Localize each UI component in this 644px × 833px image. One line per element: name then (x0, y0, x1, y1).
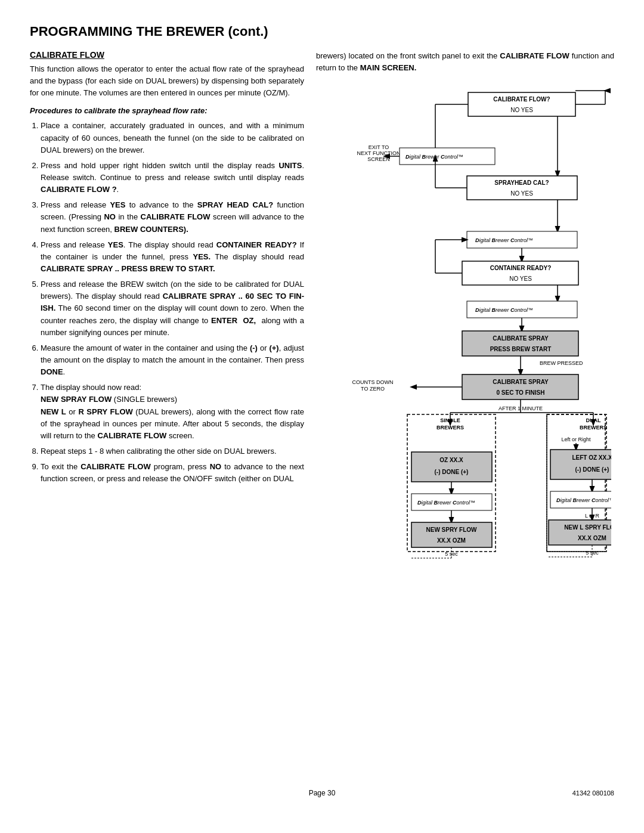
svg-text:BREWERS: BREWERS (436, 425, 464, 431)
right-column: brewers) located on the front switch pan… (316, 50, 614, 771)
flowchart-container: CALIBRATE FLOW? NO YES EXIT TO NEXT FUNC… (319, 83, 611, 561)
flowchart-svg: CALIBRATE FLOW? NO YES EXIT TO NEXT FUNC… (319, 83, 611, 561)
svg-text:PRESS  BREW  START: PRESS BREW START (490, 346, 552, 352)
svg-text:0  SEC  TO  FINISH: 0 SEC TO FINISH (497, 389, 545, 396)
left-column: CALIBRATE FLOW This function allows the … (30, 50, 304, 771)
step-1: Place a container, accurately graduated … (41, 120, 304, 156)
step-9: To exit the CALIBRATE FLOW program, pres… (41, 461, 304, 485)
svg-text:(-) DONE (+): (-) DONE (+) (575, 466, 609, 473)
svg-text:XX.X  OZM: XX.X OZM (578, 535, 606, 541)
page-footer: Page 30 41342 080108 (30, 789, 614, 797)
step-5: Press and release the BREW switch (on th… (41, 278, 304, 339)
svg-text:BREW PRESSED: BREW PRESSED (540, 360, 583, 366)
svg-text:SPRAYHEAD CAL?: SPRAYHEAD CAL? (494, 179, 549, 186)
step-7: The display should now read: NEW SPRAY F… (41, 382, 304, 442)
svg-text:CALIBRATE SPRAY: CALIBRATE SPRAY (493, 379, 549, 385)
svg-text:Digital Brewer Control™: Digital Brewer Control™ (417, 500, 475, 506)
svg-text:DUAL: DUAL (586, 417, 601, 423)
svg-text:NO              YES: NO YES (510, 107, 533, 113)
svg-text:SINGLE: SINGLE (440, 417, 460, 423)
svg-text:NO              YES: NO YES (510, 190, 533, 197)
svg-text:CONTAINER READY?: CONTAINER READY? (490, 265, 552, 271)
right-intro-bold2: MAIN SCREEN. (360, 63, 417, 72)
svg-text:CALIBRATE FLOW?: CALIBRATE FLOW? (493, 96, 550, 103)
svg-text:EXIT TO: EXIT TO (369, 144, 389, 150)
svg-text:BREWERS: BREWERS (580, 425, 607, 431)
svg-text:NEW SPRY FLOW: NEW SPRY FLOW (426, 527, 478, 533)
svg-text:(-)  DONE  (+): (-) DONE (+) (435, 469, 469, 475)
svg-text:Left or Right: Left or Right (561, 436, 591, 442)
steps-list: Place a container, accurately graduated … (30, 120, 304, 485)
step-8: Repeat steps 1 - 8 when calibrating the … (41, 445, 304, 457)
step-4: Press and release YES. The display shoul… (41, 239, 304, 275)
right-intro: brewers) located on the front switch pan… (316, 50, 614, 74)
svg-text:XX.X  OZM: XX.X OZM (437, 537, 466, 544)
step-2: Press and hold upper right hidden switch… (41, 160, 304, 196)
svg-text:TO ZERO: TO ZERO (361, 386, 385, 392)
section-title: CALIBRATE FLOW (30, 50, 304, 60)
svg-text:NEXT FUNCTION: NEXT FUNCTION (357, 150, 401, 156)
svg-text:SCREEN: SCREEN (367, 156, 390, 162)
right-intro-bold: CALIBRATE FLOW (500, 51, 569, 60)
svg-text:NO              YES: NO YES (509, 275, 532, 282)
step-3: Press and release YES to advance to the … (41, 199, 304, 235)
svg-text:NEW L SPRY FLOW: NEW L SPRY FLOW (564, 524, 611, 531)
svg-text:LEFT OZ XX.X: LEFT OZ XX.X (572, 454, 611, 461)
svg-text:Digital Brewer Control™: Digital Brewer Control™ (475, 237, 533, 243)
svg-text:OZ XX.X: OZ XX.X (439, 457, 463, 463)
right-intro-part1: brewers) located on the front switch pan… (316, 51, 500, 60)
content-area: CALIBRATE FLOW This function allows the … (30, 50, 614, 771)
svg-text:Digital Brewer Control™: Digital Brewer Control™ (475, 307, 533, 313)
page-number: Page 30 (30, 789, 614, 797)
procedures-title: Procedures to calibrate the sprayhead fl… (30, 106, 304, 115)
page: PROGRAMMING THE BREWER (cont.) CALIBRATE… (0, 0, 644, 833)
step-6: Measure the amount of water in the conta… (41, 342, 304, 378)
doc-number: 41342 080108 (572, 789, 614, 797)
svg-text:Digital Brewer Control™: Digital Brewer Control™ (405, 154, 463, 160)
svg-text:L or R: L or R (585, 513, 600, 519)
svg-text:CALIBRATE SPRAY: CALIBRATE SPRAY (493, 335, 549, 342)
intro-text: This function allows the operator to ent… (30, 63, 304, 99)
page-title: PROGRAMMING THE BREWER (cont.) (30, 24, 614, 39)
svg-text:COUNTS DOWN: COUNTS DOWN (352, 379, 394, 385)
svg-text:Digital Brewer Control™: Digital Brewer Control™ (556, 497, 611, 503)
